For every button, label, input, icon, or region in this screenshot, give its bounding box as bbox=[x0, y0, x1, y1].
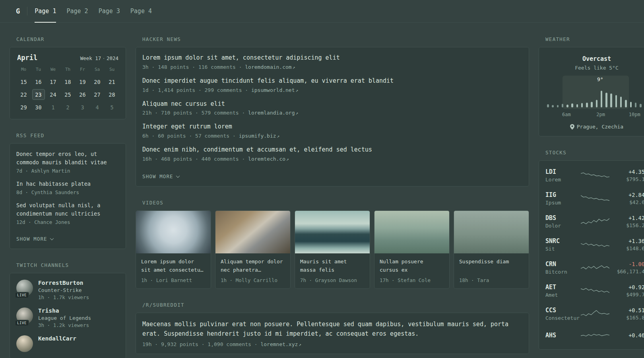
subreddit-post-title[interactable]: Maecenas mollis pulvinar erat non posuer… bbox=[142, 321, 508, 337]
video-title[interactable]: Lorem ipsum dolor sit amet consectetu… bbox=[141, 258, 206, 274]
calendar-year: 2024 bbox=[107, 55, 118, 61]
subreddit-domain-link[interactable]: loremnet.xyz bbox=[260, 341, 298, 347]
calendar-day: 22 bbox=[16, 89, 31, 100]
stock-symbol: IIG bbox=[545, 191, 577, 198]
rss-show-more-button[interactable]: SHOW MORE bbox=[16, 236, 53, 242]
video-meta: 1h · Molly Carrillo bbox=[221, 277, 285, 283]
stock-change: +0.46% bbox=[613, 332, 644, 339]
stock-symbol: LDI bbox=[545, 168, 577, 175]
calendar-dow: We bbox=[46, 67, 60, 74]
live-badge: LIVE bbox=[15, 292, 29, 298]
calendar-day: 18 bbox=[60, 76, 75, 87]
calendar-day: 24 bbox=[46, 89, 60, 100]
hn-item-title-link[interactable]: Donec enim nibh, condimentum et accumsan… bbox=[142, 146, 522, 154]
rss-card: Donec tempor eros leo, ut commodo mauris… bbox=[10, 143, 126, 249]
hn-item-domain-link[interactable]: loremtech.co bbox=[248, 156, 285, 162]
stock-row[interactable]: LDILorem +4.35%$795.18 bbox=[545, 164, 644, 187]
rss-item-meta: 8d · Cynthia Saunders bbox=[16, 189, 119, 195]
weather-condition: Overcast bbox=[545, 55, 644, 62]
app-logo[interactable]: G bbox=[16, 7, 20, 15]
calendar-day-next-month: 2 bbox=[60, 102, 75, 113]
video-card[interactable]: Aliquam tempor dolor nec pharetra… 1h · … bbox=[215, 210, 291, 289]
stock-row[interactable]: AHS +0.46% bbox=[545, 325, 644, 346]
stock-row[interactable]: CRNBitcorn -1.00%$66,171.48 bbox=[545, 256, 644, 279]
twitch-channel-name[interactable]: Trisha bbox=[38, 307, 91, 314]
tab-page-2[interactable]: Page 2 bbox=[66, 0, 88, 22]
stock-name: Consectetur bbox=[545, 315, 577, 321]
hn-item: Donec imperdiet augue tincidunt felis al… bbox=[142, 77, 522, 93]
tab-page-3[interactable]: Page 3 bbox=[99, 0, 120, 22]
twitch-channel-name[interactable]: ForrestBurton bbox=[38, 280, 89, 286]
stock-name: Lorem bbox=[545, 177, 577, 183]
calendar-day: 30 bbox=[31, 102, 46, 113]
chevron-down-icon bbox=[176, 174, 180, 178]
twitch-channel-row[interactable]: KendallCarr bbox=[16, 335, 119, 352]
video-thumbnail[interactable] bbox=[215, 211, 290, 253]
weather-time-label: 6am bbox=[562, 112, 571, 117]
stock-row[interactable]: CCSConsectetur +0.51%$165.84 bbox=[545, 302, 644, 325]
external-link-icon: ↗ bbox=[296, 88, 299, 93]
hn-item-title-link[interactable]: Donec imperdiet augue tincidunt felis al… bbox=[142, 77, 522, 86]
twitch-widget: TWITCH CHANNELS LIVE ForrestBurton Count… bbox=[10, 262, 126, 358]
calendar-grid: Mo Tu We Th Fr Sa Su 15 16 17 18 19 20 2… bbox=[16, 67, 119, 113]
subreddit-post-meta: 19h · 9,932 points · 1,090 comments · lo… bbox=[142, 341, 522, 347]
stock-name: Sit bbox=[545, 246, 577, 252]
rss-item-title[interactable]: Sed volutpat nulla nisl, a condimentum n… bbox=[16, 201, 119, 218]
hn-item: Integer eget rutrum lorem 6h · 60 points… bbox=[142, 123, 522, 139]
weather-widget: WEATHER Overcast Feels like 5°C 9° 6am 2… bbox=[539, 36, 644, 136]
tab-page-4[interactable]: Page 4 bbox=[130, 0, 152, 22]
stock-row[interactable]: IIGIpsum +2.84%$42.04 bbox=[545, 187, 644, 210]
hn-item-domain-link[interactable]: ipsumworld.net bbox=[251, 87, 295, 93]
video-thumbnail[interactable] bbox=[136, 211, 211, 253]
chevron-down-icon bbox=[50, 236, 54, 240]
hn-item-title-link[interactable]: Integer eget rutrum lorem bbox=[142, 123, 522, 131]
stock-change: +2.84% bbox=[613, 192, 644, 198]
stock-price: $156.28 bbox=[613, 222, 644, 228]
stock-price: $499.72 bbox=[613, 292, 644, 298]
calendar-month: April bbox=[17, 54, 37, 62]
video-meta: 17h · Stefan Cole bbox=[380, 277, 444, 283]
hn-item-title-link[interactable]: Aliquam nec cursus elit bbox=[142, 100, 522, 109]
twitch-channel-name[interactable]: KendallCarr bbox=[38, 335, 76, 342]
stocks-widget-title: STOCKS bbox=[545, 150, 644, 156]
twitch-meta: 1h · 1.7k viewers bbox=[38, 294, 89, 300]
external-link-icon: ↗ bbox=[296, 111, 299, 116]
stock-row[interactable]: DBSDolor +1.42%$156.28 bbox=[545, 210, 644, 233]
hn-item-domain-link[interactable]: loremlandia.org bbox=[248, 110, 295, 116]
rss-item-title[interactable]: In hac habitasse platea bbox=[16, 180, 119, 188]
calendar-widget: CALENDAR April Week 17·2024 Mo Tu We Th … bbox=[10, 36, 126, 119]
twitch-avatar-wrap bbox=[16, 335, 33, 352]
stock-row[interactable]: AETAmet +0.92%$499.72 bbox=[545, 279, 644, 302]
video-thumbnail[interactable] bbox=[374, 211, 449, 253]
calendar-day-next-month: 3 bbox=[75, 102, 90, 113]
videos-widget-title: VIDEOS bbox=[142, 200, 529, 206]
video-card[interactable]: Nullam posuere cursus ex 17h · Stefan Co… bbox=[374, 210, 450, 289]
calendar-day-next-month: 5 bbox=[105, 102, 119, 113]
video-title[interactable]: Suspendisse diam bbox=[459, 258, 524, 274]
video-title[interactable]: Aliquam tempor dolor nec pharetra… bbox=[221, 258, 285, 274]
calendar-day: 16 bbox=[31, 76, 46, 87]
video-thumbnail[interactable] bbox=[454, 211, 529, 253]
hn-item-meta: 16h · 468 points · 440 comments · loremt… bbox=[142, 156, 522, 162]
hn-item: Donec enim nibh, condimentum et accumsan… bbox=[142, 146, 522, 162]
hn-item: Aliquam nec cursus elit 21h · 710 points… bbox=[142, 100, 522, 116]
weather-feels-like: Feels like 5°C bbox=[545, 65, 644, 71]
video-card[interactable]: Mauris sit amet massa felis 7h · Grayson… bbox=[295, 210, 370, 289]
hn-item-domain-link[interactable]: ipsumify.biz bbox=[239, 133, 276, 139]
video-title[interactable]: Mauris sit amet massa felis bbox=[300, 258, 365, 274]
calendar-day: 27 bbox=[90, 89, 105, 100]
rss-item-title[interactable]: Donec tempor eros leo, ut commodo mauris… bbox=[16, 150, 119, 167]
stock-row[interactable]: SNRCSit +1.36%$148.64 bbox=[545, 233, 644, 256]
twitch-channel-row[interactable]: LIVE ForrestBurton Counter-Strike 1h · 1… bbox=[16, 280, 119, 300]
video-title[interactable]: Nullam posuere cursus ex bbox=[380, 258, 444, 274]
video-card[interactable]: Lorem ipsum dolor sit amet consectetu… 1… bbox=[136, 210, 211, 289]
tab-page-1[interactable]: Page 1 bbox=[35, 0, 56, 22]
calendar-widget-title: CALENDAR bbox=[16, 36, 126, 42]
video-card[interactable]: Suspendisse diam 18h · Tara bbox=[454, 210, 529, 289]
twitch-channel-row[interactable]: LIVE Trisha League of Legends 3h · 1.2k … bbox=[16, 307, 119, 328]
video-thumbnail[interactable] bbox=[295, 211, 370, 253]
hackernews-show-more-button[interactable]: SHOW MORE bbox=[142, 173, 179, 179]
right-column: WEATHER Overcast Feels like 5°C 9° 6am 2… bbox=[539, 36, 644, 358]
hn-item-domain-link[interactable]: loremdomain.com bbox=[245, 64, 291, 70]
hn-item-title-link[interactable]: Lorem ipsum dolor sit amet, consectetur … bbox=[142, 54, 522, 62]
